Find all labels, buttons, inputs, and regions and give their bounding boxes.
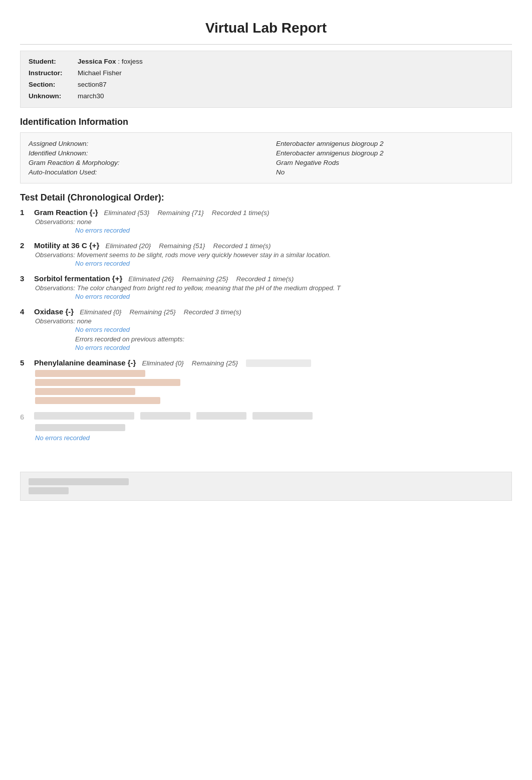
test-1-eliminated: Eliminated {53} — [104, 209, 150, 217]
test-item-2: 2 Motility at 36 C {+} Eliminated {20} R… — [20, 241, 512, 267]
test-5-header: 5 Phenylalanine deaminase {-} Eliminated… — [20, 358, 512, 367]
test-5-blur-1 — [35, 370, 145, 377]
test-item-3: 3 Sorbitol fermentation {+} Eliminated {… — [20, 274, 512, 300]
test-item-5: 5 Phenylalanine deaminase {-} Eliminated… — [20, 358, 512, 404]
id-info-table: Assigned Unknown: Enterobacter amnigenus… — [29, 139, 503, 177]
test-3-header: 3 Sorbitol fermentation {+} Eliminated {… — [20, 274, 512, 283]
meta-section: Student: Jessica Fox : foxjess Instructo… — [20, 51, 512, 108]
footer-section — [20, 472, 512, 501]
test-2-name: Motility at 36 C {+} — [34, 241, 99, 250]
test-3-number: 3 — [20, 274, 28, 283]
test-4-no-errors: No errors recorded — [75, 326, 512, 333]
test-6-stats-blurred — [140, 412, 190, 420]
test-4-header: 4 Oxidase {-} Eliminated {0} Remaining {… — [20, 307, 512, 316]
test-3-observations: Observations: The color changed from bri… — [35, 284, 512, 292]
identification-heading: Identification Information — [20, 117, 512, 127]
student-value: Jessica Fox : foxjess — [78, 56, 143, 68]
test-1-observations: Observations: none — [35, 218, 512, 226]
section-label: Section: — [29, 79, 74, 91]
test-2-stats: Eliminated {20} Remaining {51} Recorded … — [105, 242, 271, 250]
unknown-label: Unknown: — [29, 91, 74, 102]
section-value: section87 — [78, 79, 107, 91]
test-3-no-errors: No errors recorded — [75, 293, 512, 300]
test-1-recorded: Recorded 1 time(s) — [212, 209, 270, 217]
footer-blur-2 — [29, 487, 69, 494]
test-item-6: 6 No errors recorded — [20, 412, 512, 442]
test-2-header: 2 Motility at 36 C {+} Eliminated {20} R… — [20, 241, 512, 250]
test-4-name: Oxidase {-} — [34, 307, 74, 316]
instructor-label: Instructor: — [29, 68, 74, 79]
test-4-observations: Observations: none — [35, 317, 512, 325]
id-row-2: Identified Unknown: Enterobacter amnigen… — [29, 148, 503, 158]
test-2-eliminated: Eliminated {20} — [105, 242, 151, 250]
test-1-number: 1 — [20, 208, 28, 217]
identification-section: Assigned Unknown: Enterobacter amnigenus… — [20, 132, 512, 183]
student-name: Jessica Fox — [78, 58, 116, 65]
test-1-name: Gram Reaction {-} — [34, 208, 98, 217]
unknown-value: march30 — [78, 91, 104, 102]
test-section: 1 Gram Reaction {-} Eliminated {53} Rema… — [20, 208, 512, 442]
unknown-row: Unknown: march30 — [29, 91, 503, 102]
section-row: Section: section87 — [29, 79, 503, 91]
student-row: Student: Jessica Fox : foxjess — [29, 56, 503, 68]
test-6-obs-blurred — [35, 424, 512, 431]
footer-blur-1 — [29, 478, 129, 485]
student-username: foxjess — [122, 58, 143, 65]
test-6-header: 6 — [20, 412, 512, 421]
id-label-gram: Gram Reaction & Morphology: — [29, 158, 276, 167]
test-5-name: Phenylalanine deaminase {-} — [34, 358, 136, 367]
test-1-remaining: Remaining {71} — [157, 209, 203, 217]
test-6-no-errors: No errors recorded — [35, 434, 512, 442]
id-value-auto: No — [276, 167, 503, 177]
student-username-separator: : — [118, 58, 122, 65]
id-value-gram: Gram Negative Rods — [276, 158, 503, 167]
test-6-number: 6 — [20, 413, 28, 421]
test-4-remaining: Remaining {25} — [130, 308, 176, 316]
test-2-no-errors: No errors recorded — [75, 260, 512, 267]
test-3-name: Sorbitol fermentation {+} — [34, 274, 122, 283]
test-5-stats: Eliminated {0} Remaining {25} — [142, 359, 311, 367]
test-6-recorded-blurred — [252, 412, 313, 420]
student-label: Student: — [29, 56, 74, 68]
test-5-remaining: Remaining {25} — [192, 359, 238, 367]
test-2-remaining: Remaining {51} — [159, 242, 205, 250]
test-4-number: 4 — [20, 307, 28, 316]
test-4-stats: Eliminated {0} Remaining {25} Recorded 3… — [80, 308, 241, 316]
test-5-blur-4 — [35, 397, 160, 404]
test-3-remaining: Remaining {25} — [182, 275, 228, 283]
test-3-recorded: Recorded 1 time(s) — [236, 275, 294, 283]
test-2-number: 2 — [20, 241, 28, 250]
test-item-4: 4 Oxidase {-} Eliminated {0} Remaining {… — [20, 307, 512, 351]
test-4-errors-no-errors: No errors recorded — [75, 344, 512, 351]
instructor-value: Michael Fisher — [78, 68, 122, 79]
test-item-1: 1 Gram Reaction {-} Eliminated {53} Rema… — [20, 208, 512, 234]
id-value-assigned: Enterobacter amnigenus biogroup 2 — [276, 139, 503, 148]
id-row-1: Assigned Unknown: Enterobacter amnigenus… — [29, 139, 503, 148]
id-label-auto: Auto-Inoculation Used: — [29, 167, 276, 177]
test-6-remaining-blurred — [196, 412, 246, 420]
page-title: Virtual Lab Report — [20, 10, 512, 45]
id-row-4: Auto-Inoculation Used: No — [29, 167, 503, 177]
test-4-errors-label: Errors recorded on previous attempts: — [75, 335, 512, 343]
test-5-number: 5 — [20, 358, 28, 367]
test-6-blur-1 — [35, 424, 125, 431]
test-2-recorded: Recorded 1 time(s) — [213, 242, 271, 250]
test-4-eliminated: Eliminated {0} — [80, 308, 121, 316]
test-3-stats: Eliminated {26} Remaining {25} Recorded … — [128, 275, 294, 283]
id-label-assigned: Assigned Unknown: — [29, 139, 276, 148]
id-label-identified: Identified Unknown: — [29, 148, 276, 158]
instructor-row: Instructor: Michael Fisher — [29, 68, 503, 79]
test-5-recorded-blurred — [246, 359, 311, 367]
test-5-blur-2 — [35, 379, 180, 386]
test-1-no-errors: No errors recorded — [75, 227, 512, 234]
id-value-identified: Enterobacter amnigenus biogroup 2 — [276, 148, 503, 158]
test-5-eliminated: Eliminated {0} — [142, 359, 183, 367]
test-6-name-blurred — [34, 412, 134, 420]
test-5-blur-3 — [35, 388, 135, 395]
test-1-header: 1 Gram Reaction {-} Eliminated {53} Rema… — [20, 208, 512, 217]
id-row-3: Gram Reaction & Morphology: Gram Negativ… — [29, 158, 503, 167]
test-3-eliminated: Eliminated {26} — [128, 275, 174, 283]
test-4-recorded: Recorded 3 time(s) — [184, 308, 241, 316]
tests-heading: Test Detail (Chronological Order): — [20, 192, 512, 203]
test-5-blurred-content — [35, 370, 512, 404]
